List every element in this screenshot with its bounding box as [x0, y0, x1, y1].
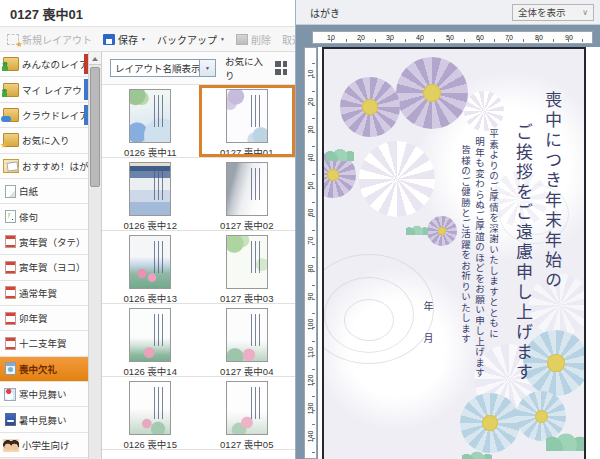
- layout-thumbnail-selected[interactable]: 0127 喪中01: [199, 85, 296, 157]
- ruler-label: 30: [307, 123, 314, 137]
- thumbnail-image: [129, 308, 171, 362]
- ruler-label: 60: [473, 34, 487, 41]
- kids-icon: [3, 439, 19, 452]
- nenga-card-icon: [5, 337, 16, 350]
- ruler-label: 40: [307, 151, 314, 165]
- ruler-label: 130: [307, 402, 314, 416]
- sidebar-item-my-layouts[interactable]: マイ レイアウト: [0, 77, 88, 102]
- sort-dropdown[interactable]: レイアウト名順表示 ▼: [110, 59, 216, 77]
- nenga-card-icon: [5, 235, 16, 248]
- left-pane: 0127 喪中01 新規レイアウト 保存 ▼ バックアップ ▼ 削除 取込: [0, 0, 296, 459]
- layout-thumbnail[interactable]: 0126 喪中14: [102, 304, 199, 376]
- ruler-label: 30: [383, 34, 397, 41]
- leaf-cluster: [462, 445, 492, 459]
- layout-thumbnail[interactable]: 0126 喪中11: [102, 85, 199, 157]
- sidebar-scrollbar[interactable]: [88, 52, 102, 459]
- ruler-label: 20: [354, 34, 368, 41]
- sidebar-item-nenga-normal[interactable]: 通常年賀: [0, 281, 88, 306]
- postcard-preview[interactable]: 喪中につき年末年始の ご挨拶をご遠慮申し上げます 平素よりのご厚情を深謝いたしま…: [322, 47, 586, 459]
- new-layout-button[interactable]: 新規レイアウト: [7, 32, 92, 47]
- haiku-brush-icon: [5, 210, 16, 223]
- sidebar-item-everyones-layouts[interactable]: みんなのレイアウト: [0, 52, 88, 77]
- ruler-label: 10: [307, 67, 314, 81]
- gift-hand-icon: [3, 159, 19, 173]
- ruler-label: 80: [532, 34, 546, 41]
- ruler-label: 70: [307, 234, 314, 248]
- delete-button[interactable]: 削除: [236, 32, 271, 47]
- layout-thumbnail[interactable]: 0127 喪中03: [199, 231, 296, 303]
- layout-list-header: レイアウト名順表示 ▼ お気に入り: [102, 52, 295, 85]
- blank-paper-icon: [5, 185, 16, 198]
- sidebar-item-blank[interactable]: 白紙: [0, 179, 88, 204]
- grid-row: 0126 喪中14 0127 喪中04: [102, 304, 295, 377]
- layout-thumbnail[interactable]: 0126 喪中12: [102, 158, 199, 230]
- chrysanthemum-white: [359, 141, 435, 217]
- sidebar-item-haiku[interactable]: 俳句: [0, 204, 88, 229]
- ruler-label: 40: [413, 34, 427, 41]
- cloud-folder-icon: [3, 108, 19, 122]
- leaf-cluster: [406, 221, 428, 235]
- ruler-label: 120: [307, 374, 314, 388]
- zoom-dropdown[interactable]: 全体を表示 ∨: [512, 4, 594, 21]
- scrollbar-thumb[interactable]: [90, 67, 100, 187]
- ruler-label: 100: [307, 318, 314, 332]
- chevron-down-icon: ∨: [582, 8, 588, 17]
- save-icon: [103, 34, 115, 45]
- ruler-label: 10: [324, 34, 338, 41]
- chevron-down-icon: ▼: [220, 36, 225, 42]
- user-folder-icon: [3, 83, 19, 97]
- sidebar-item-nenga-zodiac[interactable]: 十二支年賀: [0, 331, 88, 356]
- tab-hagaki[interactable]: はがき: [310, 5, 340, 20]
- favorites-toggle[interactable]: お気に入り: [225, 54, 266, 82]
- layout-thumbnail[interactable]: 0127 喪中04: [199, 304, 296, 376]
- preview-pane: はがき 全体を表示 ∨ 10 20 30 40 50 60 70 80 90 1…: [296, 0, 600, 459]
- card-body-line3: 皆様のご健勝とご活躍をお祈りいたします: [458, 145, 472, 345]
- sidebar-item-mourning[interactable]: 喪中欠礼: [0, 357, 88, 382]
- card-date-line: 年 月: [420, 301, 435, 349]
- card-title-line2: ご挨拶をご遠慮申し上げます: [511, 123, 536, 383]
- sidebar-item-elementary[interactable]: 小学生向け: [0, 433, 88, 458]
- backup-button[interactable]: バックアップ ▼: [157, 32, 225, 47]
- thumbnail-image: [226, 162, 268, 216]
- save-button[interactable]: 保存 ▼: [103, 32, 146, 47]
- sidebar-item-nenga-vertical[interactable]: 寅年賀（タテ）: [0, 230, 88, 255]
- ruler-label: 70: [502, 34, 516, 41]
- leaf-cluster: [546, 425, 586, 451]
- users-folder-icon: [3, 57, 19, 71]
- ruler-label: 90: [307, 290, 314, 304]
- thumbnail-image: [129, 235, 171, 289]
- sidebar-item-cloud-layouts[interactable]: クラウドレイアウト: [0, 103, 88, 128]
- layout-thumbnail[interactable]: 0126 喪中13: [102, 231, 199, 303]
- chrysanthemum-purple: [396, 57, 468, 129]
- layout-thumbnail[interactable]: 0127 喪中05: [199, 377, 296, 449]
- layout-thumbnail[interactable]: 0126 喪中15: [102, 377, 199, 449]
- preview-canvas: 10 20 30 40 50 60 70 80 90 10 20 30 40 5…: [296, 25, 600, 459]
- sidebar-item-nenga-horizontal[interactable]: 寅年賀（ヨコ）: [0, 255, 88, 280]
- grid-row: 0126 喪中13 0127 喪中03: [102, 231, 295, 304]
- ruler-label: 140: [307, 430, 314, 444]
- chevron-down-icon: ▼: [141, 36, 146, 42]
- thumbnail-image: [129, 381, 171, 435]
- mourning-card-icon: [5, 362, 16, 375]
- layout-thumbnail[interactable]: 0127 喪中02: [199, 158, 296, 230]
- thumbnail-image: [226, 235, 268, 289]
- ruler-label: 80: [307, 262, 314, 276]
- scroll-up-icon[interactable]: [89, 52, 101, 65]
- grid-view-icon[interactable]: [275, 61, 287, 75]
- chrysanthemum-purple: [427, 216, 457, 246]
- sidebar-item-favorites[interactable]: お気に入り: [0, 128, 88, 153]
- sidebar-item-recommended-materials[interactable]: おすすめ！はがき素材: [0, 154, 88, 179]
- sidebar-item-summer-greeting[interactable]: 暑中見舞い: [0, 407, 88, 432]
- toolbar: 新規レイアウト 保存 ▼ バックアップ ▼ 削除 取込 設定変更 お: [0, 27, 295, 52]
- sidebar-item-winter-greeting[interactable]: 寒中見舞い: [0, 382, 88, 407]
- water-ripple: [344, 299, 394, 341]
- ruler-label: 50: [443, 34, 457, 41]
- vertical-ruler: 10 20 30 40 50 60 70 80 90 100 110 120 1…: [304, 47, 317, 459]
- horizontal-ruler: 10 20 30 40 50 60 70 80 90: [312, 31, 593, 44]
- sidebar-item-nenga-rabbit[interactable]: 卯年賀: [0, 306, 88, 331]
- chrysanthemum-blue: [460, 393, 520, 453]
- ruler-label: 90: [562, 34, 576, 41]
- preview-header: はがき 全体を表示 ∨: [296, 0, 600, 25]
- thumbnail-image: [226, 89, 268, 143]
- summer-card-icon: [5, 413, 16, 426]
